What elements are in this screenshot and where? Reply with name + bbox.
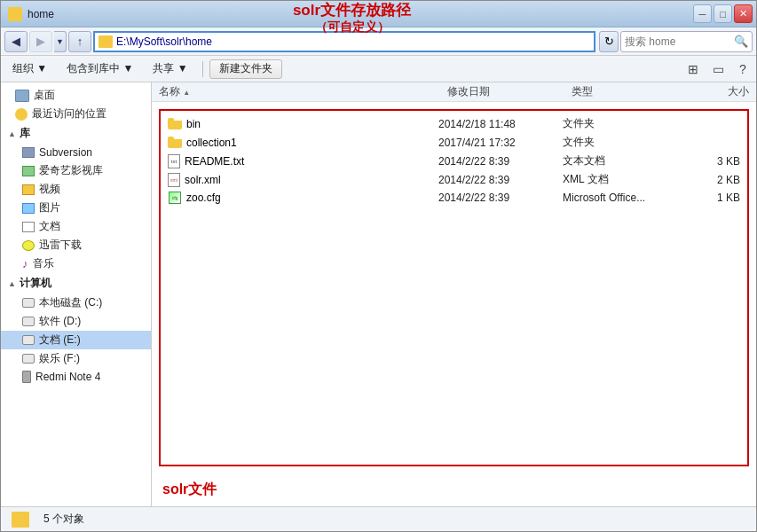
help-button[interactable]: ? [733,59,753,79]
drive-d-icon [22,317,35,326]
file-pane-header: 名称 ▲ 修改日期 类型 大小 [152,82,756,102]
music-icon: ♪ [22,257,28,270]
file-type-readme: 文本文档 [563,153,678,168]
new-folder-button[interactable]: 新建文件夹 [209,59,282,79]
sidebar-item-local-c-label: 本地磁盘 (C:) [39,295,102,310]
file-date-readme: 2014/2/22 8:39 [438,155,563,168]
folder-icon-bin [168,118,182,129]
computer-section-label: 计算机 [20,276,51,291]
bottom-annotation-label: solr文件 [162,481,217,497]
title-bar-left: home [8,7,54,21]
up-button[interactable]: ↑ [68,31,91,52]
drive-f-icon [22,354,35,364]
sidebar-item-music-label: 音乐 [33,256,54,271]
file-list: bin 2014/2/18 11:48 文件夹 collection1 2017… [159,109,749,466]
share-button[interactable]: 共享 ▼ [145,59,195,79]
sidebar-item-drive-d[interactable]: 软件 (D:) [1,312,151,331]
docs-icon [22,222,35,232]
address-folder-icon [99,35,113,48]
sidebar-item-images[interactable]: 图片 [1,199,151,217]
address-box[interactable] [93,31,595,52]
forward-button[interactable]: ▶ [29,31,52,52]
sidebar-item-drive-e[interactable]: 文档 (E:) [1,331,151,349]
subversion-icon [22,147,35,158]
file-date-collection1: 2017/4/21 17:32 [438,137,563,149]
col-name-header[interactable]: 名称 ▲ [159,84,447,99]
table-row[interactable]: cfg zoo.cfg 2014/2/22 8:39 Microsoft Off… [161,189,747,207]
table-row[interactable]: bin 2014/2/18 11:48 文件夹 [161,114,747,133]
iqiyi-icon [22,166,35,176]
sidebar-item-video[interactable]: 视频 [1,180,151,199]
sidebar-item-iqiyi[interactable]: 爱奇艺影视库 [1,161,151,180]
sidebar-item-docs[interactable]: 文档 [1,217,151,236]
col-date-header[interactable]: 修改日期 [447,84,572,99]
file-pane: 名称 ▲ 修改日期 类型 大小 bin 2014/2/18 11:48 文件夹 [152,82,756,506]
phone-icon [22,371,31,383]
sidebar-item-subversion-label: Subversion [39,146,92,159]
col-type-header[interactable]: 类型 [572,84,687,99]
status-folder-icon [12,512,29,528]
refresh-button[interactable]: ↻ [599,31,619,52]
computer-section-header[interactable]: ▲ 计算机 [1,273,151,293]
library-section-header[interactable]: ▲ 库 [1,123,151,144]
include-library-button[interactable]: 包含到库中 ▼ [59,59,141,79]
sidebar-item-music[interactable]: ♪ 音乐 [1,254,151,273]
toolbar-separator [202,61,203,77]
sidebar-item-recent-label: 最近访问的位置 [32,106,106,121]
sidebar-item-desktop[interactable]: 桌面 [1,86,151,105]
share-label: 共享 ▼ [153,61,187,76]
organize-button[interactable]: 组织 ▼ [4,59,55,79]
maximize-button[interactable]: □ [714,4,732,23]
search-box: 🔍 [620,31,753,52]
table-row[interactable]: collection1 2017/4/21 17:32 文件夹 [161,133,747,152]
search-button[interactable]: 🔍 [734,35,748,48]
status-bar: 5 个对象 [1,506,756,531]
name-sort-icon: ▲ [183,89,190,97]
sidebar-item-local-c[interactable]: 本地磁盘 (C:) [1,293,151,312]
sidebar-item-subversion[interactable]: Subversion [1,144,151,161]
file-type-zoocfg: Microsoft Office... [563,192,678,204]
view-toggle-button[interactable]: ⊞ [683,59,703,79]
file-date-solrxml: 2014/2/22 8:39 [438,174,563,186]
window-controls: ─ □ ✕ [693,4,753,23]
folder-icon-collection1 [168,137,182,148]
col-size-header[interactable]: 大小 [687,84,749,99]
bottom-annotation: solr文件 [152,473,756,506]
address-input[interactable] [116,35,590,48]
search-input[interactable] [625,35,731,48]
minimize-button[interactable]: ─ [693,4,712,23]
title-bar-icon [8,7,22,21]
file-type-solrxml: XML 文档 [563,172,678,187]
nav-dropdown[interactable]: ▼ [54,31,67,52]
file-name-collection1: collection1 [168,137,438,149]
organize-label: 组织 ▼ [12,61,47,76]
library-section-arrow: ▲ [8,129,16,138]
video-icon [22,184,35,195]
txt-icon-readme: txt [168,154,180,168]
location-icon [15,108,28,121]
file-name-zoocfg: cfg zoo.cfg [168,192,438,204]
table-row[interactable]: xml solr.xml 2014/2/22 8:39 XML 文档 2 KB [161,170,747,189]
close-button[interactable]: ✕ [734,4,753,23]
title-bar-text: home [28,8,54,20]
annotation-title: solr文件存放路径 [0,2,704,20]
status-count: 5 个对象 [43,512,84,527]
file-type-bin: 文件夹 [563,116,678,131]
sidebar-item-drive-f[interactable]: 娱乐 (F:) [1,349,151,368]
file-name-solrxml: xml solr.xml [168,173,438,187]
sidebar-item-redmi[interactable]: Redmi Note 4 [1,368,151,386]
sidebar-item-iqiyi-label: 爱奇艺影视库 [39,163,103,178]
sidebar-item-drive-e-label: 文档 (E:) [39,332,81,348]
sidebar-item-recent[interactable]: 最近访问的位置 [1,105,151,123]
address-bar-row: ◀ ▶ ▼ ↑ ↻ 🔍 [1,27,756,56]
sidebar-item-downloads[interactable]: 迅雷下载 [1,236,151,254]
back-button[interactable]: ◀ [4,31,28,52]
xml-icon-solrxml: xml [168,173,180,187]
file-type-collection1: 文件夹 [563,135,678,150]
new-folder-label: 新建文件夹 [219,62,272,74]
file-size-zoocfg: 1 KB [678,192,740,204]
desktop-icon [15,90,29,102]
table-row[interactable]: txt README.txt 2014/2/22 8:39 文本文档 3 KB [161,152,747,170]
toolbar-icons: ⊞ ▭ ? [683,59,753,79]
preview-pane-button[interactable]: ▭ [708,59,728,79]
